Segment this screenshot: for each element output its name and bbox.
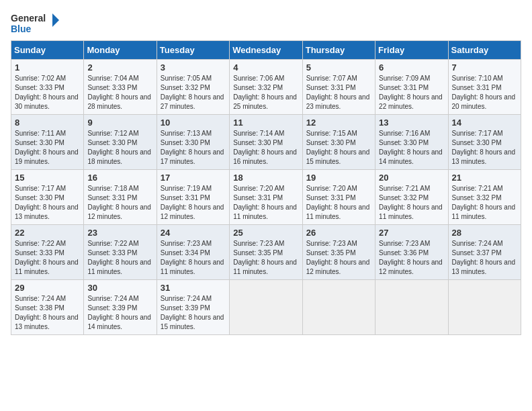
cell-content: Sunrise: 7:23 AMSunset: 3:36 PMDaylight:… <box>379 239 444 277</box>
cell-content: Sunrise: 7:17 AMSunset: 3:30 PMDaylight:… <box>452 129 517 167</box>
day-number: 31 <box>161 283 226 293</box>
calendar-header-row: SundayMondayTuesdayWednesdayThursdayFrid… <box>11 41 521 60</box>
calendar-week-4: 22Sunrise: 7:22 AMSunset: 3:33 PMDayligh… <box>11 225 521 280</box>
day-number: 19 <box>306 173 371 183</box>
cell-content: Sunrise: 7:11 AMSunset: 3:30 PMDaylight:… <box>15 129 80 167</box>
cell-content: Sunrise: 7:23 AMSunset: 3:34 PMDaylight:… <box>161 239 226 277</box>
calendar-cell: 29Sunrise: 7:24 AMSunset: 3:38 PMDayligh… <box>11 280 84 335</box>
cell-content: Sunrise: 7:21 AMSunset: 3:32 PMDaylight:… <box>452 184 517 222</box>
day-number: 12 <box>306 118 371 128</box>
day-header-friday: Friday <box>375 41 448 60</box>
cell-content: Sunrise: 7:15 AMSunset: 3:30 PMDaylight:… <box>306 129 371 167</box>
day-number: 5 <box>306 62 371 73</box>
day-number: 18 <box>233 173 298 183</box>
calendar-cell: 8Sunrise: 7:11 AMSunset: 3:30 PMDaylight… <box>11 115 84 170</box>
calendar-cell: 16Sunrise: 7:18 AMSunset: 3:31 PMDayligh… <box>84 170 157 225</box>
cell-content: Sunrise: 7:22 AMSunset: 3:33 PMDaylight:… <box>15 239 80 277</box>
calendar-cell <box>375 280 448 335</box>
day-number: 23 <box>87 228 152 238</box>
calendar-cell: 31Sunrise: 7:24 AMSunset: 3:39 PMDayligh… <box>157 280 229 335</box>
day-number: 21 <box>452 173 517 183</box>
cell-content: Sunrise: 7:23 AMSunset: 3:35 PMDaylight:… <box>306 239 371 277</box>
calendar-cell: 14Sunrise: 7:17 AMSunset: 3:30 PMDayligh… <box>448 115 521 170</box>
page-header: GeneralBlue <box>11 11 521 35</box>
calendar-cell <box>230 280 302 335</box>
calendar-cell: 13Sunrise: 7:16 AMSunset: 3:30 PMDayligh… <box>375 115 448 170</box>
cell-content: Sunrise: 7:05 AMSunset: 3:32 PMDaylight:… <box>161 74 226 111</box>
calendar-week-3: 15Sunrise: 7:17 AMSunset: 3:30 PMDayligh… <box>11 170 521 225</box>
day-number: 6 <box>379 62 444 73</box>
cell-content: Sunrise: 7:20 AMSunset: 3:31 PMDaylight:… <box>306 184 371 222</box>
cell-content: Sunrise: 7:24 AMSunset: 3:38 PMDaylight:… <box>15 294 80 332</box>
day-number: 16 <box>87 173 152 183</box>
calendar-cell: 3Sunrise: 7:05 AMSunset: 3:32 PMDaylight… <box>157 60 229 115</box>
cell-content: Sunrise: 7:17 AMSunset: 3:30 PMDaylight:… <box>15 184 80 222</box>
calendar-cell: 5Sunrise: 7:07 AMSunset: 3:31 PMDaylight… <box>302 60 375 115</box>
cell-content: Sunrise: 7:18 AMSunset: 3:31 PMDaylight:… <box>87 184 152 222</box>
calendar-cell: 28Sunrise: 7:24 AMSunset: 3:37 PMDayligh… <box>448 225 521 280</box>
calendar-cell: 23Sunrise: 7:22 AMSunset: 3:33 PMDayligh… <box>84 225 157 280</box>
calendar-cell: 11Sunrise: 7:14 AMSunset: 3:30 PMDayligh… <box>230 115 302 170</box>
day-header-tuesday: Tuesday <box>157 41 229 60</box>
calendar-cell: 27Sunrise: 7:23 AMSunset: 3:36 PMDayligh… <box>375 225 448 280</box>
day-header-sunday: Sunday <box>11 41 84 60</box>
day-header-thursday: Thursday <box>302 41 375 60</box>
calendar-cell: 21Sunrise: 7:21 AMSunset: 3:32 PMDayligh… <box>448 170 521 225</box>
day-number: 27 <box>379 228 444 238</box>
day-number: 4 <box>233 62 298 73</box>
logo: GeneralBlue <box>11 11 64 35</box>
cell-content: Sunrise: 7:07 AMSunset: 3:31 PMDaylight:… <box>306 74 371 111</box>
cell-content: Sunrise: 7:16 AMSunset: 3:30 PMDaylight:… <box>379 129 444 167</box>
cell-content: Sunrise: 7:13 AMSunset: 3:30 PMDaylight:… <box>161 129 226 167</box>
day-number: 8 <box>15 118 80 128</box>
calendar-cell: 18Sunrise: 7:20 AMSunset: 3:31 PMDayligh… <box>230 170 302 225</box>
calendar-cell: 26Sunrise: 7:23 AMSunset: 3:35 PMDayligh… <box>302 225 375 280</box>
day-number: 3 <box>161 62 226 73</box>
cell-content: Sunrise: 7:24 AMSunset: 3:39 PMDaylight:… <box>161 294 226 332</box>
calendar-cell: 1Sunrise: 7:02 AMSunset: 3:33 PMDaylight… <box>11 60 84 115</box>
logo-icon: GeneralBlue <box>11 11 64 35</box>
cell-content: Sunrise: 7:12 AMSunset: 3:30 PMDaylight:… <box>87 129 152 167</box>
svg-text:Blue: Blue <box>11 24 32 34</box>
day-number: 2 <box>87 62 152 73</box>
cell-content: Sunrise: 7:04 AMSunset: 3:33 PMDaylight:… <box>87 74 152 111</box>
cell-content: Sunrise: 7:22 AMSunset: 3:33 PMDaylight:… <box>87 239 152 277</box>
cell-content: Sunrise: 7:21 AMSunset: 3:32 PMDaylight:… <box>379 184 444 222</box>
calendar-cell: 25Sunrise: 7:23 AMSunset: 3:35 PMDayligh… <box>230 225 302 280</box>
day-number: 25 <box>233 228 298 238</box>
cell-content: Sunrise: 7:23 AMSunset: 3:35 PMDaylight:… <box>233 239 298 277</box>
cell-content: Sunrise: 7:09 AMSunset: 3:31 PMDaylight:… <box>379 74 444 111</box>
cell-content: Sunrise: 7:20 AMSunset: 3:31 PMDaylight:… <box>233 184 298 222</box>
calendar-week-5: 29Sunrise: 7:24 AMSunset: 3:38 PMDayligh… <box>11 280 521 335</box>
calendar-cell: 7Sunrise: 7:10 AMSunset: 3:31 PMDaylight… <box>448 60 521 115</box>
day-header-monday: Monday <box>84 41 157 60</box>
calendar-cell: 30Sunrise: 7:24 AMSunset: 3:39 PMDayligh… <box>84 280 157 335</box>
calendar-cell: 12Sunrise: 7:15 AMSunset: 3:30 PMDayligh… <box>302 115 375 170</box>
calendar-table: SundayMondayTuesdayWednesdayThursdayFrid… <box>11 40 521 335</box>
calendar-cell: 24Sunrise: 7:23 AMSunset: 3:34 PMDayligh… <box>157 225 229 280</box>
calendar-week-2: 8Sunrise: 7:11 AMSunset: 3:30 PMDaylight… <box>11 115 521 170</box>
day-number: 28 <box>452 228 517 238</box>
calendar-cell: 9Sunrise: 7:12 AMSunset: 3:30 PMDaylight… <box>84 115 157 170</box>
day-number: 30 <box>87 283 152 293</box>
calendar-cell <box>302 280 375 335</box>
day-number: 26 <box>306 228 371 238</box>
day-number: 15 <box>15 173 80 183</box>
cell-content: Sunrise: 7:02 AMSunset: 3:33 PMDaylight:… <box>15 74 80 111</box>
cell-content: Sunrise: 7:14 AMSunset: 3:30 PMDaylight:… <box>233 129 298 167</box>
day-number: 1 <box>15 62 80 73</box>
day-number: 29 <box>15 283 80 293</box>
cell-content: Sunrise: 7:10 AMSunset: 3:31 PMDaylight:… <box>452 74 517 111</box>
day-header-wednesday: Wednesday <box>230 41 302 60</box>
calendar-week-1: 1Sunrise: 7:02 AMSunset: 3:33 PMDaylight… <box>11 60 521 115</box>
day-header-saturday: Saturday <box>448 41 521 60</box>
calendar-cell: 22Sunrise: 7:22 AMSunset: 3:33 PMDayligh… <box>11 225 84 280</box>
cell-content: Sunrise: 7:19 AMSunset: 3:31 PMDaylight:… <box>161 184 226 222</box>
calendar-cell: 2Sunrise: 7:04 AMSunset: 3:33 PMDaylight… <box>84 60 157 115</box>
calendar-cell: 10Sunrise: 7:13 AMSunset: 3:30 PMDayligh… <box>157 115 229 170</box>
cell-content: Sunrise: 7:24 AMSunset: 3:37 PMDaylight:… <box>452 239 517 277</box>
calendar-cell <box>448 280 521 335</box>
calendar-cell: 15Sunrise: 7:17 AMSunset: 3:30 PMDayligh… <box>11 170 84 225</box>
day-number: 22 <box>15 228 80 238</box>
svg-text:General: General <box>11 13 46 24</box>
